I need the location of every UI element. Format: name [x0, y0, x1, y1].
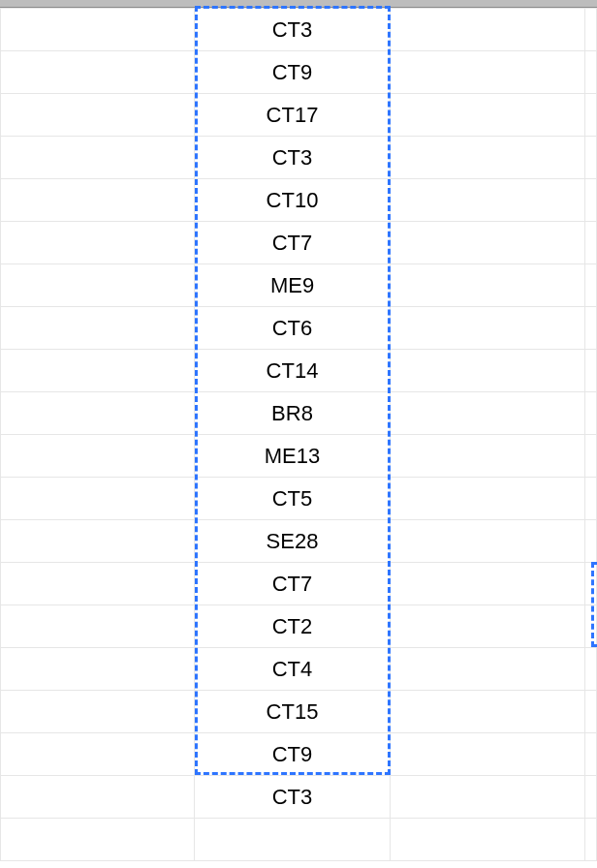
cell[interactable]	[1, 264, 195, 307]
cell[interactable]	[1, 520, 195, 563]
cell[interactable]	[584, 307, 596, 350]
cell[interactable]: CT3	[195, 9, 390, 51]
cell[interactable]: CT3	[195, 137, 390, 179]
cell[interactable]	[584, 563, 596, 605]
cell[interactable]	[1, 648, 195, 691]
cell[interactable]	[1, 9, 195, 51]
spreadsheet-grid[interactable]: CT3CT9CT17CT3CT10CT7ME9CT6CT14BR8ME13CT5…	[0, 8, 597, 861]
cell[interactable]	[1, 435, 195, 478]
cell[interactable]	[584, 51, 596, 94]
cell[interactable]	[1, 137, 195, 179]
table-row[interactable]: CT5	[1, 478, 597, 520]
cell[interactable]	[390, 51, 584, 94]
table-row[interactable]: ME9	[1, 264, 597, 307]
cell[interactable]: CT2	[195, 605, 390, 648]
table-row[interactable]: CT3	[1, 9, 597, 51]
cell[interactable]	[390, 733, 584, 776]
cell[interactable]	[1, 350, 195, 392]
cell[interactable]	[1, 222, 195, 264]
cell[interactable]: CT15	[195, 691, 390, 733]
cell[interactable]	[390, 776, 584, 819]
cell[interactable]	[390, 264, 584, 307]
table-row[interactable]: CT7	[1, 222, 597, 264]
table-row[interactable]: CT3	[1, 776, 597, 819]
cell[interactable]: BR8	[195, 392, 390, 435]
cell[interactable]	[390, 137, 584, 179]
cell[interactable]	[1, 179, 195, 222]
cell[interactable]	[584, 520, 596, 563]
cell[interactable]: CT17	[195, 94, 390, 137]
cell[interactable]	[584, 819, 596, 861]
table-row[interactable]: CT2	[1, 605, 597, 648]
cell[interactable]	[584, 691, 596, 733]
cell[interactable]	[390, 648, 584, 691]
cell[interactable]	[1, 392, 195, 435]
cell[interactable]	[390, 94, 584, 137]
cell[interactable]	[584, 648, 596, 691]
cell[interactable]: ME9	[195, 264, 390, 307]
cell[interactable]	[584, 776, 596, 819]
cell[interactable]	[584, 350, 596, 392]
cell[interactable]	[390, 179, 584, 222]
cell[interactable]	[584, 435, 596, 478]
cell[interactable]	[390, 435, 584, 478]
cell[interactable]: CT14	[195, 350, 390, 392]
cell[interactable]	[195, 819, 390, 861]
cell[interactable]	[584, 9, 596, 51]
cell[interactable]	[584, 179, 596, 222]
cell[interactable]: CT5	[195, 478, 390, 520]
cell[interactable]	[584, 392, 596, 435]
cell[interactable]	[1, 307, 195, 350]
cell[interactable]	[1, 51, 195, 94]
cell[interactable]: CT9	[195, 733, 390, 776]
cell[interactable]	[390, 691, 584, 733]
table-row[interactable]: ME13	[1, 435, 597, 478]
cell[interactable]	[1, 776, 195, 819]
cell[interactable]	[1, 478, 195, 520]
cell[interactable]: CT6	[195, 307, 390, 350]
cell[interactable]: CT3	[195, 776, 390, 819]
cell[interactable]	[1, 819, 195, 861]
cell[interactable]	[584, 264, 596, 307]
cell[interactable]: CT7	[195, 563, 390, 605]
cell[interactable]: CT4	[195, 648, 390, 691]
cell[interactable]	[584, 137, 596, 179]
cell[interactable]	[1, 733, 195, 776]
cell[interactable]	[390, 819, 584, 861]
table-row[interactable]: CT7	[1, 563, 597, 605]
table-row[interactable]: CT14	[1, 350, 597, 392]
cell[interactable]	[1, 605, 195, 648]
table-row[interactable]: CT3	[1, 137, 597, 179]
cell[interactable]	[1, 94, 195, 137]
table-row[interactable]: CT9	[1, 733, 597, 776]
cell[interactable]	[390, 478, 584, 520]
table-row[interactable]: SE28	[1, 520, 597, 563]
cell[interactable]	[390, 520, 584, 563]
cell[interactable]	[584, 94, 596, 137]
table-row[interactable]: CT6	[1, 307, 597, 350]
cell[interactable]: ME13	[195, 435, 390, 478]
cell[interactable]: CT10	[195, 179, 390, 222]
cell[interactable]	[584, 605, 596, 648]
spreadsheet-viewport[interactable]: CT3CT9CT17CT3CT10CT7ME9CT6CT14BR8ME13CT5…	[0, 0, 597, 868]
cell[interactable]	[390, 392, 584, 435]
table-row[interactable]: CT4	[1, 648, 597, 691]
table-row[interactable]: BR8	[1, 392, 597, 435]
table-row[interactable]: CT10	[1, 179, 597, 222]
cell[interactable]: CT7	[195, 222, 390, 264]
cell[interactable]	[1, 563, 195, 605]
cell[interactable]	[584, 733, 596, 776]
cell[interactable]	[390, 350, 584, 392]
cell[interactable]: SE28	[195, 520, 390, 563]
cell[interactable]	[390, 222, 584, 264]
table-row[interactable]: CT9	[1, 51, 597, 94]
cell[interactable]: CT9	[195, 51, 390, 94]
cell[interactable]	[584, 478, 596, 520]
cell[interactable]	[390, 9, 584, 51]
table-row[interactable]: CT17	[1, 94, 597, 137]
cell[interactable]	[390, 605, 584, 648]
cell[interactable]	[390, 307, 584, 350]
cell[interactable]	[1, 691, 195, 733]
table-row[interactable]: CT15	[1, 691, 597, 733]
table-row[interactable]	[1, 819, 597, 861]
